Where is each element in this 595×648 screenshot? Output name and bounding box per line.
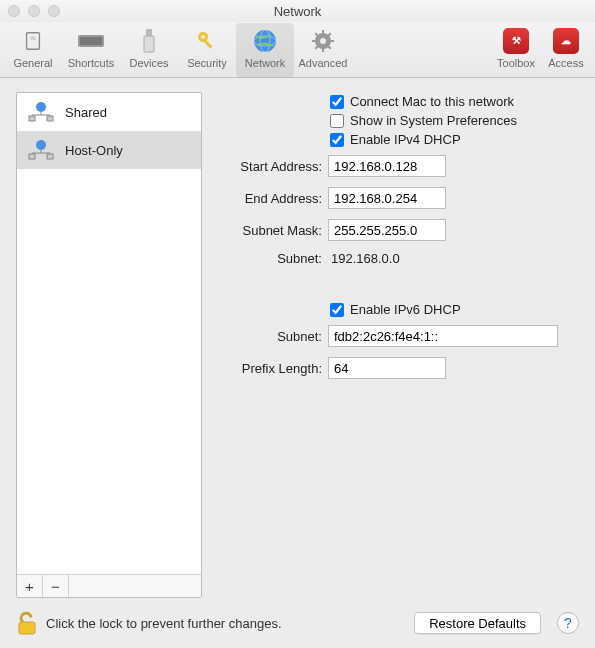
restore-defaults-button[interactable]: Restore Defaults [414, 612, 541, 634]
titlebar: Network [0, 0, 595, 22]
add-network-button[interactable]: + [17, 575, 43, 597]
connect-mac-label: Connect Mac to this network [350, 94, 514, 109]
general-icon [19, 27, 47, 55]
svg-rect-14 [322, 30, 324, 34]
svg-point-29 [36, 140, 46, 150]
subnet-v4-label: Subnet: [220, 251, 328, 266]
subnet-v4-value: 192.168.0.0 [328, 251, 400, 266]
settings-form: Connect Mac to this network Show in Syst… [220, 92, 579, 598]
start-address-input[interactable] [328, 155, 446, 177]
prefix-length-label: Prefix Length: [220, 361, 328, 376]
tab-label: Advanced [299, 57, 348, 69]
usb-icon [135, 27, 163, 55]
subnet-mask-label: Subnet Mask: [220, 223, 328, 238]
show-sysprefs-label: Show in System Preferences [350, 113, 517, 128]
toolbar: General Shortcuts Devices Security Netwo… [0, 22, 595, 78]
enable-ipv4-dhcp-checkbox[interactable] [330, 133, 344, 147]
toolbox-app-icon: ⚒ [502, 27, 530, 55]
help-button[interactable]: ? [557, 612, 579, 634]
gear-icon [309, 27, 337, 55]
enable-ipv6-dhcp-label: Enable IPv6 DHCP [350, 302, 461, 317]
subnet-v6-label: Subnet: [220, 329, 328, 344]
sidebar-item-label: Host-Only [65, 143, 123, 158]
svg-rect-3 [80, 37, 102, 45]
svg-point-7 [201, 35, 205, 39]
enable-ipv4-dhcp-label: Enable IPv4 DHCP [350, 132, 461, 147]
svg-rect-0 [27, 32, 40, 49]
window-title: Network [0, 4, 595, 19]
svg-rect-30 [29, 154, 35, 159]
tab-access[interactable]: ☁ Access [541, 23, 591, 77]
subnet-v6-input[interactable] [328, 325, 558, 347]
tab-advanced[interactable]: Advanced [294, 23, 352, 77]
tab-label: Devices [129, 57, 168, 69]
tab-security[interactable]: Security [178, 23, 236, 77]
bottom-bar: Click the lock to prevent further change… [0, 598, 595, 648]
svg-rect-15 [322, 48, 324, 52]
sidebar-item-label: Shared [65, 105, 107, 120]
svg-rect-36 [19, 622, 35, 634]
lock-icon[interactable] [16, 610, 38, 636]
svg-rect-31 [47, 154, 53, 159]
sidebar-footer: + − [17, 574, 201, 597]
globe-icon [251, 27, 279, 55]
tab-label: Toolbox [497, 57, 535, 69]
tab-toolbox[interactable]: ⚒ Toolbox [491, 23, 541, 77]
svg-rect-16 [312, 40, 316, 42]
svg-point-22 [36, 102, 46, 112]
svg-rect-17 [330, 40, 334, 42]
svg-rect-23 [29, 116, 35, 121]
svg-rect-5 [144, 36, 154, 52]
end-address-input[interactable] [328, 187, 446, 209]
key-icon [193, 27, 221, 55]
prefix-length-input[interactable] [328, 357, 446, 379]
tab-label: Shortcuts [68, 57, 114, 69]
content-area: Shared Host-Only + − Connect Mac to this… [0, 78, 595, 598]
tab-devices[interactable]: Devices [120, 23, 178, 77]
tab-label: Security [187, 57, 227, 69]
network-shared-icon [27, 101, 55, 123]
svg-point-13 [320, 38, 326, 44]
network-list: Shared Host-Only [17, 93, 201, 574]
svg-rect-4 [146, 29, 152, 36]
end-address-label: End Address: [220, 191, 328, 206]
svg-rect-8 [204, 40, 212, 48]
svg-rect-24 [47, 116, 53, 121]
lock-text: Click the lock to prevent further change… [46, 616, 406, 631]
svg-point-9 [254, 30, 276, 52]
svg-rect-1 [30, 36, 36, 40]
network-sidebar: Shared Host-Only + − [16, 92, 202, 598]
tab-label: Network [245, 57, 285, 69]
remove-network-button[interactable]: − [43, 575, 69, 597]
tab-label: General [13, 57, 52, 69]
keyboard-icon [77, 27, 105, 55]
network-hostonly-icon [27, 139, 55, 161]
sidebar-item-shared[interactable]: Shared [17, 93, 201, 131]
sidebar-item-host-only[interactable]: Host-Only [17, 131, 201, 169]
show-sysprefs-checkbox[interactable] [330, 114, 344, 128]
access-app-icon: ☁ [552, 27, 580, 55]
tab-label: Access [548, 57, 583, 69]
connect-mac-checkbox[interactable] [330, 95, 344, 109]
tab-network[interactable]: Network [236, 23, 294, 77]
enable-ipv6-dhcp-checkbox[interactable] [330, 303, 344, 317]
start-address-label: Start Address: [220, 159, 328, 174]
tab-shortcuts[interactable]: Shortcuts [62, 23, 120, 77]
tab-general[interactable]: General [4, 23, 62, 77]
subnet-mask-input[interactable] [328, 219, 446, 241]
